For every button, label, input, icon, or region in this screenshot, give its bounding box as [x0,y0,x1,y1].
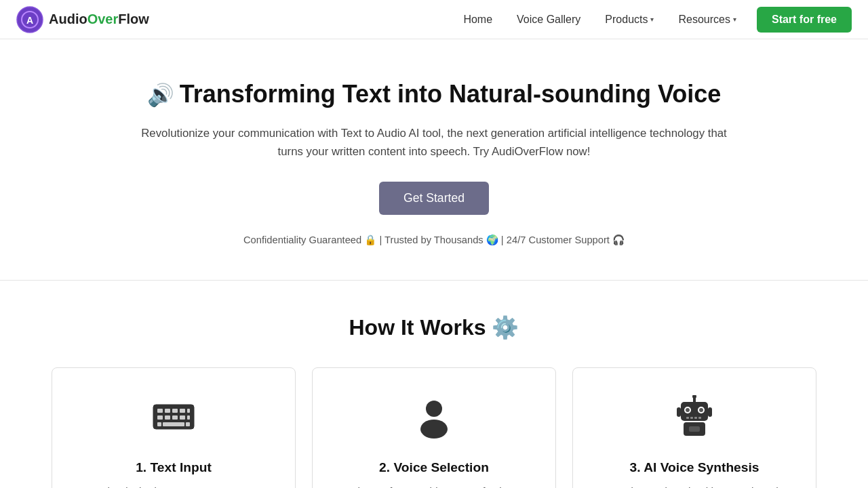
person-icon [333,395,535,447]
robot-icon [593,395,795,447]
svg-point-17 [426,401,442,417]
nav-links: Home Voice Gallery Products ▾ Resources … [454,7,852,33]
svg-rect-26 [686,417,689,419]
nav-voice-gallery[interactable]: Voice Gallery [507,8,590,31]
svg-rect-11 [172,415,178,420]
how-it-works-section: How It Works ⚙️ [0,281,868,488]
brand-logo-link[interactable]: A AudioOverFlow [16,6,149,33]
card-ai-synthesis-desc: Our advanced AI algorithms analyze the i… [593,483,795,488]
svg-rect-15 [157,422,161,426]
hero-badges: Confidentiality Guaranteed 🔒 | Trusted b… [27,234,841,246]
speaker-icon: 🔊 [147,83,174,107]
hero-section: 🔊Transforming Text into Natural-sounding… [0,39,868,281]
nav-home[interactable]: Home [454,8,502,31]
svg-rect-27 [690,417,693,419]
svg-point-18 [420,420,448,439]
card-text-input-desc: Enter the desired text you want to conve… [73,483,275,488]
svg-rect-12 [180,415,185,420]
card-voice-selection-title: 2. Voice Selection [333,460,535,475]
card-ai-synthesis: 3. AI Voice Synthesis Our advanced AI al… [572,367,816,488]
card-text-input: 1. Text Input Enter the desired text you… [52,367,296,488]
card-ai-synthesis-title: 3. AI Voice Synthesis [593,460,795,475]
get-started-button[interactable]: Get Started [379,182,489,215]
brand-name: AudioOverFlow [49,12,149,27]
brand-logo-icon: A [16,6,43,33]
svg-rect-8 [187,409,190,413]
hero-subtitle: Revolutionize your communication with Te… [129,125,739,161]
svg-rect-29 [698,417,701,419]
svg-rect-10 [165,415,170,420]
svg-rect-5 [165,409,170,413]
svg-rect-7 [180,409,185,413]
svg-point-20 [692,395,696,399]
hero-title: 🔊Transforming Text into Natural-sounding… [27,80,841,108]
svg-rect-16 [186,422,190,426]
card-text-input-title: 1. Text Input [73,460,275,475]
svg-rect-9 [157,415,163,420]
card-voice-selection-desc: Choose from a wide range of voices avail… [333,483,535,488]
navbar: A AudioOverFlow Home Voice Gallery Produ… [0,0,868,39]
svg-rect-13 [187,415,190,420]
nav-resources[interactable]: Resources ▾ [669,8,745,31]
how-it-works-title: How It Works ⚙️ [41,314,827,340]
svg-rect-6 [172,409,178,413]
card-voice-selection: 2. Voice Selection Choose from a wide ra… [312,367,556,488]
svg-rect-14 [163,422,184,426]
svg-point-24 [686,408,690,412]
svg-rect-33 [689,426,700,432]
keyboard-icon [73,395,275,447]
cards-container: 1. Text Input Enter the desired text you… [41,367,827,488]
start-for-free-button[interactable]: Start for free [757,7,852,33]
products-caret-icon: ▾ [650,16,654,23]
svg-text:A: A [26,15,33,26]
svg-point-25 [699,408,703,412]
resources-caret-icon: ▾ [733,16,736,23]
svg-rect-31 [708,407,712,417]
svg-rect-30 [677,407,681,417]
nav-products[interactable]: Products ▾ [595,8,663,31]
svg-rect-4 [157,409,163,413]
svg-rect-28 [694,417,697,419]
